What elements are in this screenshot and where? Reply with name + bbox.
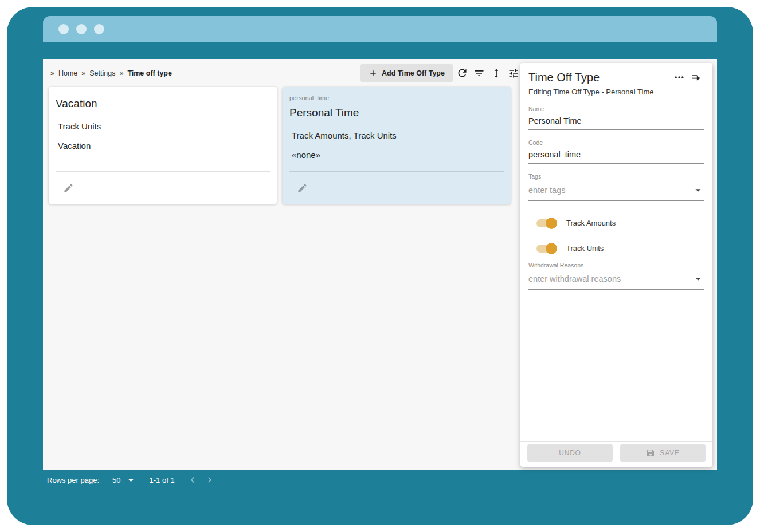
open-drawer-arrow-icon <box>690 72 702 84</box>
toolbar: Add Time Off Type <box>360 64 522 82</box>
more-options-icon <box>673 72 685 83</box>
time-off-type-card-personal-time[interactable]: personal_time Personal Time Track Amount… <box>283 87 511 204</box>
next-page-button[interactable] <box>204 474 216 486</box>
sort-vertical-icon <box>491 68 502 79</box>
rows-per-page-select[interactable]: 50 <box>112 474 136 486</box>
sort-button[interactable] <box>488 65 505 82</box>
undo-button-label: UNDO <box>559 449 581 457</box>
code-field-label: Code <box>528 139 704 146</box>
breadcrumb-separator: » <box>81 69 85 77</box>
toggle-label: Track Amounts <box>566 219 616 227</box>
breadcrumb-home[interactable]: Home <box>58 69 77 77</box>
card-tracking: Track Amounts, Track Units <box>289 131 504 141</box>
card-tags: «none» <box>289 150 504 160</box>
refresh-icon <box>456 67 468 79</box>
panel-spacer <box>528 290 704 441</box>
toggle-knob <box>546 218 557 229</box>
panel-title: Time Off Type <box>528 69 670 86</box>
close-drawer-button[interactable] <box>688 69 704 86</box>
card-title: Vacation <box>56 97 270 110</box>
tags-placeholder: enter tags <box>528 186 566 195</box>
window-titlebar <box>43 16 717 42</box>
save-button-label: SAVE <box>660 449 679 457</box>
breadcrumb-separator: » <box>119 69 123 77</box>
tags-select[interactable]: enter tags <box>528 184 704 201</box>
card-divider <box>289 171 504 172</box>
tags-field-label: Tags <box>528 173 704 180</box>
withdrawal-reasons-field-label: Withdrawal Reasons <box>528 262 704 269</box>
app-frame: » Home » Settings » Time off type Add Ti… <box>7 7 753 525</box>
plus-icon <box>369 69 378 78</box>
card-tags: Vacation <box>56 141 270 151</box>
edit-panel-header: Time Off Type <box>528 69 704 86</box>
name-input[interactable]: Personal Time <box>528 116 704 130</box>
header-strip <box>43 42 717 59</box>
settings-tune-button[interactable] <box>506 65 522 82</box>
track-amounts-toggle-row: Track Amounts <box>536 219 704 227</box>
code-input[interactable]: personal_time <box>528 150 704 164</box>
card-tracking: Track Units <box>56 121 270 132</box>
more-options-button[interactable] <box>671 69 687 86</box>
pagination-bar: Rows per page: 50 1-1 of 1 <box>43 470 717 490</box>
withdrawal-reasons-placeholder: enter withdrawal reasons <box>528 274 621 283</box>
name-field-label: Name <box>528 105 704 112</box>
main-content: » Home » Settings » Time off type Add Ti… <box>43 59 717 470</box>
save-icon <box>646 448 655 458</box>
undo-button[interactable]: UNDO <box>527 444 613 462</box>
breadcrumb-settings[interactable]: Settings <box>89 69 115 77</box>
track-amounts-toggle[interactable] <box>536 219 556 227</box>
track-units-toggle-row: Track Units <box>536 244 704 253</box>
toggle-knob <box>546 243 557 254</box>
tune-icon <box>508 68 519 79</box>
card-list: Vacation Track Units Vacation personal_t… <box>49 87 511 204</box>
chevron-left-icon <box>187 474 198 486</box>
panel-actions: UNDO SAVE <box>520 441 712 462</box>
refresh-button[interactable] <box>454 65 471 82</box>
edit-card-button[interactable] <box>62 183 74 194</box>
toggle-label: Track Units <box>566 244 604 253</box>
rows-per-page-value: 50 <box>112 476 120 484</box>
browser-window: » Home » Settings » Time off type Add Ti… <box>43 16 717 490</box>
add-button-label: Add Time Off Type <box>382 69 445 77</box>
breadcrumb-current-page: Time off type <box>127 69 172 77</box>
track-units-toggle[interactable] <box>536 245 556 253</box>
breadcrumb-separator: » <box>50 69 54 77</box>
edit-card-button[interactable] <box>296 183 308 194</box>
breadcrumb: » Home » Settings » Time off type <box>50 59 172 87</box>
filter-button[interactable] <box>471 65 488 82</box>
time-off-type-card-vacation[interactable]: Vacation Track Units Vacation <box>49 87 277 204</box>
edit-pencil-icon <box>297 183 308 194</box>
previous-page-button[interactable] <box>187 474 198 486</box>
withdrawal-reasons-select[interactable]: enter withdrawal reasons <box>528 273 704 290</box>
chevron-right-icon <box>204 474 216 486</box>
edit-panel: Time Off Type Editing Time Off Type - Pe… <box>520 63 712 467</box>
window-control-dot[interactable] <box>58 24 69 34</box>
panel-subtitle: Editing Time Off Type - Personal Time <box>528 88 704 96</box>
add-time-off-type-button[interactable]: Add Time Off Type <box>360 64 453 82</box>
filter-icon <box>473 68 485 79</box>
rows-per-page-label: Rows per page: <box>47 476 99 484</box>
card-title: Personal Time <box>289 106 504 119</box>
card-code: personal_time <box>289 94 504 102</box>
chevron-down-icon <box>692 184 704 196</box>
card-divider <box>56 171 270 172</box>
chevron-down-icon <box>692 273 704 285</box>
window-control-dot[interactable] <box>76 24 87 34</box>
edit-pencil-icon <box>63 183 74 194</box>
save-button[interactable]: SAVE <box>620 444 706 462</box>
dropdown-triangle-icon <box>125 474 137 486</box>
pagination-nav <box>187 474 216 486</box>
pagination-range: 1-1 of 1 <box>150 476 175 484</box>
window-control-dot[interactable] <box>94 24 104 34</box>
